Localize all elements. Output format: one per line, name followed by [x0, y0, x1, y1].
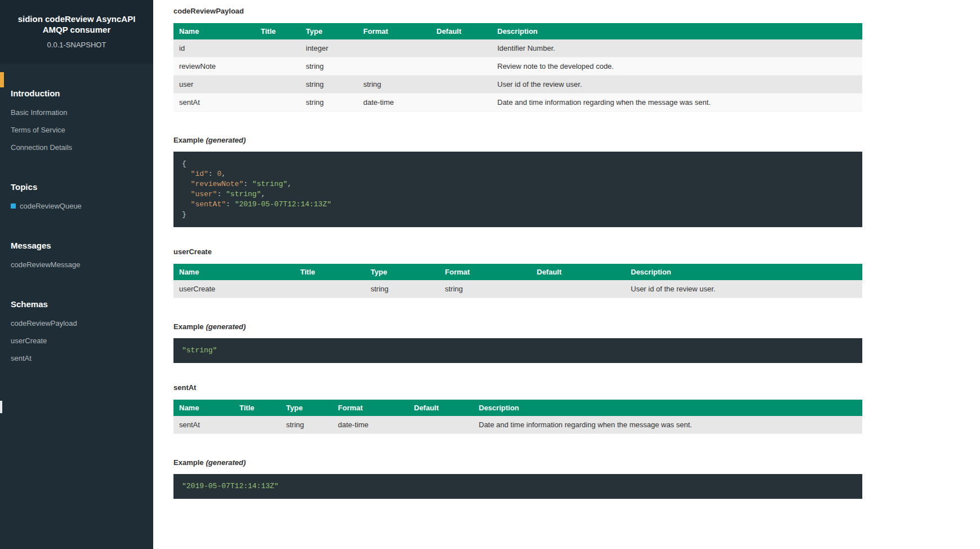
schema-section-codereviewpayload: codeReviewPayload NameTitleTypeFormatDef… — [173, 7, 980, 227]
schema-heading: userCreate — [173, 247, 980, 256]
cell-default — [431, 39, 492, 57]
topic-bullet-icon — [11, 203, 16, 209]
cell-format — [358, 57, 431, 76]
code-line: "2019-05-07T12:14:13Z" — [182, 481, 854, 492]
app-title: sidion codeReview AsyncAPI AMQP consumer — [8, 14, 145, 35]
schema-table: NameTitleTypeFormatDefaultDescriptionsen… — [173, 400, 862, 434]
cell-name: reviewNote — [173, 57, 255, 76]
nav-item-codereviewpayload[interactable]: codeReviewPayload — [11, 315, 142, 332]
column-header: Description — [625, 264, 862, 280]
cell-name: user — [173, 76, 255, 94]
nav-section-messages: Messages codeReviewMessage — [11, 241, 142, 273]
nav-item-basic-information[interactable]: Basic Information — [11, 104, 142, 121]
cell-format — [358, 39, 431, 57]
table-row: userCreatestringstringUser id of the rev… — [173, 280, 862, 298]
column-header: Name — [173, 400, 234, 416]
cell-type: string — [365, 280, 439, 298]
table-row: reviewNotestringReview note to the devel… — [173, 57, 862, 76]
cell-type: string — [300, 76, 358, 94]
cell-description: Review note to the developed code. — [492, 57, 862, 76]
nav-heading-schemas: Schemas — [11, 299, 142, 309]
cell-description: User id of the review user. — [625, 280, 862, 298]
main-content: codeReviewPayload NameTitleTypeFormatDef… — [153, 0, 980, 549]
cell-title — [255, 76, 300, 94]
cell-description: Identifier Number. — [492, 39, 862, 57]
cell-description: User id of the review user. — [492, 76, 862, 94]
column-header: Format — [332, 400, 408, 416]
app-root: sidion codeReview AsyncAPI AMQP consumer… — [0, 0, 980, 549]
nav-item-codereviewmessage[interactable]: codeReviewMessage — [11, 256, 142, 273]
column-header: Description — [473, 400, 862, 416]
column-header: Default — [531, 264, 625, 280]
column-header: Default — [431, 23, 492, 39]
cell-type: string — [300, 94, 358, 112]
column-header: Format — [439, 264, 531, 280]
table-row: sentAtstringdate-timeDate and time infor… — [173, 416, 862, 434]
example-code-block: "string" — [173, 338, 862, 363]
nav-item-label: codeReviewQueue — [20, 202, 82, 210]
cell-format: string — [439, 280, 531, 298]
cell-title — [295, 280, 365, 298]
example-label: Example(generated) — [173, 322, 980, 331]
schema-table: NameTitleTypeFormatDefaultDescriptionidi… — [173, 23, 862, 112]
example-label-text: Example — [173, 458, 203, 467]
code-line: "user": "string", — [182, 189, 854, 200]
example-generated-text: (generated) — [206, 322, 246, 331]
nav-item-usercreate[interactable]: userCreate — [11, 332, 142, 349]
code-line: "reviewNote": "string", — [182, 179, 854, 189]
example-label: Example(generated) — [173, 458, 980, 467]
schema-heading: codeReviewPayload — [173, 7, 980, 15]
column-header: Type — [300, 23, 358, 39]
nav-item-codereviewqueue[interactable]: codeReviewQueue — [11, 197, 142, 215]
column-header: Title — [234, 400, 280, 416]
nav-heading-messages: Messages — [11, 241, 142, 250]
cell-description: Date and time information regarding when… — [492, 94, 862, 112]
cell-format: string — [358, 76, 431, 94]
table-row: idintegerIdentifier Number. — [173, 39, 862, 57]
cell-name: sentAt — [173, 94, 255, 112]
column-header: Name — [173, 264, 295, 280]
sidebar-scrollbar-thumb[interactable] — [0, 401, 2, 413]
nav-item-connection-details[interactable]: Connection Details — [11, 139, 142, 156]
cell-name: userCreate — [173, 280, 295, 298]
example-code-block: { "id": 0, "reviewNote": "string", "user… — [173, 152, 862, 227]
cell-default — [408, 416, 473, 434]
column-header: Title — [295, 264, 365, 280]
cell-title — [255, 39, 300, 57]
code-line: "sentAt": "2019-05-07T12:14:13Z" — [182, 200, 854, 210]
nav-heading-topics: Topics — [11, 182, 142, 192]
cell-description: Date and time information regarding when… — [473, 416, 862, 434]
cell-format: date-time — [332, 416, 408, 434]
cell-type: string — [300, 57, 358, 76]
column-header: Title — [255, 23, 300, 39]
cell-name: sentAt — [173, 416, 234, 434]
cell-name: id — [173, 39, 255, 57]
code-line: { — [182, 159, 854, 169]
schema-section-usercreate: userCreate NameTitleTypeFormatDefaultDes… — [173, 247, 980, 363]
schema-table: NameTitleTypeFormatDefaultDescriptionuse… — [173, 264, 862, 298]
nav-section-introduction: Introduction Basic Information Terms of … — [11, 88, 142, 156]
cell-title — [255, 94, 300, 112]
cell-format: date-time — [358, 94, 431, 112]
nav-item-terms-of-service[interactable]: Terms of Service — [11, 121, 142, 139]
schema-section-sentat: sentAt NameTitleTypeFormatDefaultDescrip… — [173, 383, 980, 499]
example-generated-text: (generated) — [206, 458, 246, 467]
column-header: Type — [280, 400, 332, 416]
example-label: Example(generated) — [173, 136, 980, 144]
cell-title — [255, 57, 300, 76]
column-header: Name — [173, 23, 255, 39]
example-label-text: Example — [173, 136, 203, 144]
cell-default — [531, 280, 625, 298]
app-version: 0.0.1-SNAPSHOT — [8, 41, 145, 49]
sidebar-active-marker — [0, 72, 4, 87]
column-header: Default — [408, 400, 473, 416]
cell-type: integer — [300, 39, 358, 57]
nav-section-schemas: Schemas codeReviewPayload userCreate sen… — [11, 299, 142, 367]
table-row: userstringstringUser id of the review us… — [173, 76, 862, 94]
schema-heading: sentAt — [173, 383, 980, 392]
column-header: Description — [492, 23, 862, 39]
example-generated-text: (generated) — [206, 136, 246, 144]
code-line: "id": 0, — [182, 169, 854, 179]
nav-item-sentat[interactable]: sentAt — [11, 349, 142, 367]
cell-default — [431, 57, 492, 76]
